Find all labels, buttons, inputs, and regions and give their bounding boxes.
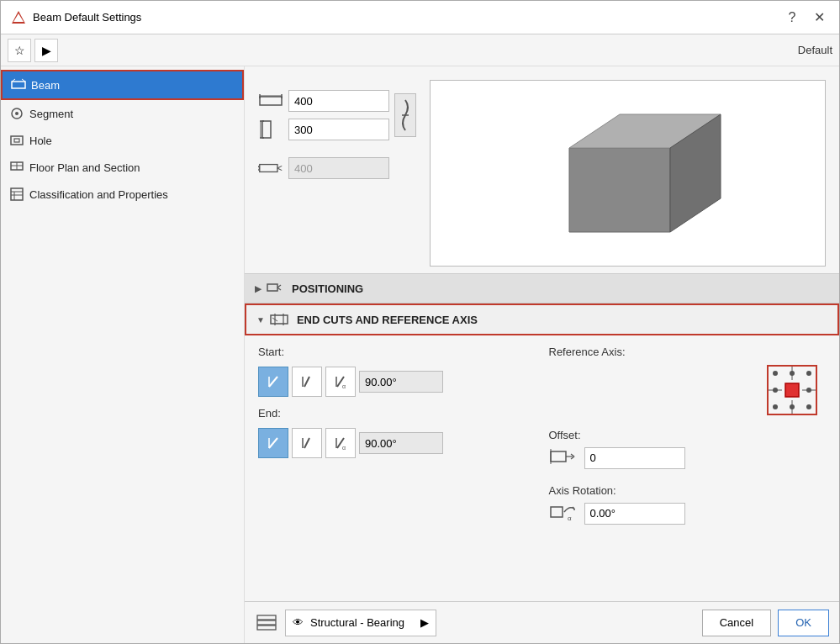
app-icon: [11, 10, 26, 25]
segment-icon: [9, 106, 24, 121]
arrow-button[interactable]: ▶: [34, 39, 58, 62]
layers-icon: [255, 611, 278, 635]
sections-area: ▶ POSITIONING ▼: [245, 273, 839, 601]
end-cuts-expand-icon: ▼: [256, 315, 265, 325]
favorite-button[interactable]: ☆: [8, 39, 31, 62]
end-cut-btn-2[interactable]: [292, 428, 322, 458]
start-cut-btn-2[interactable]: [292, 367, 322, 397]
reference-column: Reference Axis:: [549, 346, 827, 526]
sidebar-item-floor-plan-label: Floor Plan and Section: [29, 161, 140, 174]
sidebar-item-segment[interactable]: Segment: [1, 100, 244, 127]
rotation-row: α: [549, 500, 827, 526]
close-button[interactable]: ✕: [809, 8, 829, 28]
svg-rect-25: [260, 165, 277, 172]
svg-rect-67: [551, 451, 566, 462]
chain-button[interactable]: [394, 93, 416, 137]
svg-point-60: [773, 404, 778, 409]
positioning-expand-icon: ▶: [255, 284, 262, 293]
svg-text:α: α: [342, 383, 346, 389]
axis-rotation-label: Axis Rotation:: [549, 484, 827, 497]
positioning-section-header[interactable]: ▶ POSITIONING: [245, 273, 839, 304]
svg-line-27: [277, 168, 282, 171]
reference-axis-label: Reference Axis:: [549, 346, 827, 358]
top-section: [245, 66, 839, 273]
cancel-button[interactable]: Cancel: [702, 610, 771, 636]
svg-line-49: [304, 438, 309, 448]
offset-icon: [549, 445, 578, 471]
input-fields: [258, 80, 416, 267]
length-input[interactable]: [288, 157, 389, 179]
end-cut-group: End:: [258, 407, 536, 458]
end-cut-btn-3[interactable]: α: [325, 428, 356, 458]
svg-rect-2: [12, 82, 25, 88]
offset-group: Offset:: [549, 429, 827, 471]
width-input[interactable]: [288, 90, 389, 112]
cut-custom-icon: α: [332, 373, 349, 390]
class-dropdown-text: Structural - Bearing: [310, 616, 417, 629]
start-cut-btn-1[interactable]: [258, 367, 288, 397]
offset-label: Offset:: [549, 429, 827, 441]
offset-input[interactable]: [584, 447, 685, 469]
sidebar-item-classification[interactable]: Classification and Properties: [1, 181, 244, 208]
sidebar-item-classification-label: Classification and Properties: [29, 188, 168, 201]
sidebar-item-hole[interactable]: Hole: [1, 127, 244, 154]
svg-rect-36: [271, 315, 288, 324]
ok-button[interactable]: OK: [778, 610, 829, 636]
beam-icon: [11, 77, 26, 92]
sidebar-item-beam[interactable]: Beam: [1, 70, 244, 100]
toolbar: ☆ ▶ Default: [1, 34, 839, 66]
eye-icon: 👁: [293, 616, 304, 629]
sidebar-item-hole-label: Hole: [29, 135, 52, 147]
dialog: Beam Default Settings ? ✕ ☆ ▶ Default Be…: [0, 0, 840, 644]
cut-diagonal-icon: [265, 373, 282, 390]
svg-point-56: [806, 371, 811, 376]
title-bar: Beam Default Settings ? ✕: [1, 1, 839, 34]
length-icon: [258, 156, 283, 181]
end-cuts-section-header[interactable]: ▼ END CUTS AND REFERENCE AXIS: [245, 304, 839, 335]
end-cut-btn-1[interactable]: [258, 428, 288, 458]
start-angle-input[interactable]: [359, 371, 443, 393]
sidebar: Beam Segment Hole Floor Plan and Section: [1, 66, 245, 643]
end-cut-buttons: α: [258, 428, 536, 458]
toolbar-left: ☆ ▶: [8, 39, 58, 62]
ref-axis-selector[interactable]: [767, 365, 817, 415]
end-angle-input[interactable]: [359, 432, 443, 454]
main-content: Beam Segment Hole Floor Plan and Section: [1, 66, 839, 643]
footer-right: Cancel OK: [702, 610, 829, 636]
end-cut-angled-icon: [298, 435, 315, 451]
title-bar-left: Beam Default Settings: [11, 10, 141, 25]
svg-rect-16: [260, 97, 282, 105]
dropdown-chevron-icon: ▶: [420, 616, 429, 629]
help-button[interactable]: ?: [782, 8, 802, 28]
svg-rect-33: [267, 284, 277, 291]
svg-line-47: [269, 438, 277, 448]
end-cuts-icon: [270, 312, 288, 327]
end-cuts-grid: Start:: [258, 346, 826, 526]
svg-rect-7: [11, 136, 23, 145]
ref-axis-icon-container: [549, 365, 827, 415]
end-cuts-label: END CUTS AND REFERENCE AXIS: [297, 314, 478, 326]
height-input[interactable]: [288, 119, 389, 140]
3d-preview: [430, 80, 826, 267]
sidebar-item-floor-plan[interactable]: Floor Plan and Section: [1, 154, 244, 181]
rotation-input[interactable]: [584, 503, 685, 525]
svg-point-62: [806, 404, 811, 409]
3d-preview-svg: [527, 81, 729, 266]
footer-left: 👁 Structural - Bearing ▶: [255, 610, 436, 636]
cut-angled-icon: [298, 373, 315, 390]
end-cuts-content: Start:: [245, 335, 839, 536]
svg-marker-30: [569, 148, 670, 232]
default-label: Default: [798, 44, 832, 56]
dialog-title: Beam Default Settings: [33, 11, 141, 24]
svg-text:α: α: [342, 445, 346, 451]
start-cut-buttons: α: [258, 367, 536, 397]
svg-rect-72: [551, 507, 563, 517]
class-dropdown[interactable]: 👁 Structural - Bearing ▶: [285, 610, 436, 636]
sidebar-item-segment-label: Segment: [29, 108, 73, 120]
positioning-icon: [267, 281, 283, 296]
classification-icon: [9, 187, 24, 202]
width-icon: [258, 88, 283, 113]
start-label: Start:: [258, 346, 536, 358]
start-cut-btn-3[interactable]: α: [325, 367, 356, 397]
svg-point-54: [773, 371, 778, 376]
